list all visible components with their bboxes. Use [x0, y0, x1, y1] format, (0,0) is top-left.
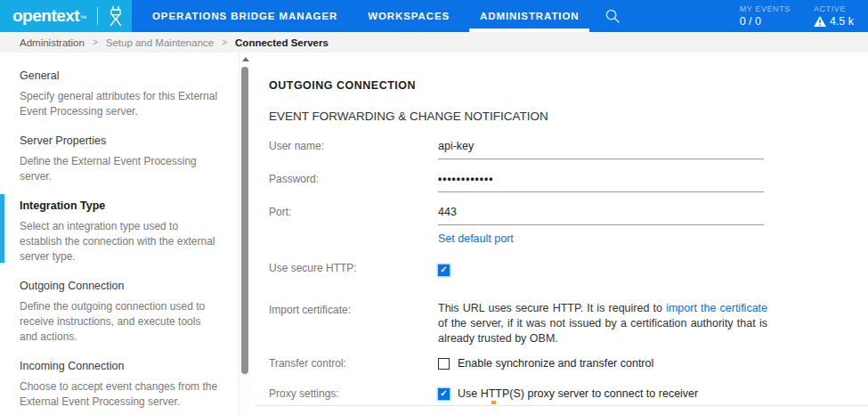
use-secure-http-checkbox[interactable]: [438, 264, 450, 276]
breadcrumb-connected-servers: Connected Servers: [235, 37, 329, 48]
sidebar-item-general[interactable]: General Specify general attributes for t…: [20, 69, 221, 119]
section-title: OUTGOING CONNECTION: [269, 79, 868, 92]
username-label: User name:: [269, 137, 438, 152]
proxy-settings-row: Proxy settings: Use HTTP(S) proxy server…: [269, 387, 868, 400]
password-label: Password:: [269, 170, 438, 185]
search-icon: [604, 8, 621, 24]
sidebar-item-outgoing-connection[interactable]: Outgoing Connection Define the outgoing …: [20, 280, 221, 345]
sidebar-item-description: Define the External Event Processing ser…: [20, 154, 221, 184]
port-input[interactable]: [438, 204, 764, 225]
certificate-help-text: This URL uses secure HTTP. It is require…: [438, 301, 767, 346]
import-the-certificate-link[interactable]: import the certificate: [666, 302, 767, 314]
primary-nav: OPERATIONS BRIDGE MANAGER WORKSPACES ADM…: [137, 0, 594, 32]
event-stats: MY EVENTS 0 / 0 ACTIVE 4.5 k: [728, 0, 868, 32]
import-certificate-label: Import certificate:: [269, 301, 438, 316]
username-input[interactable]: [438, 138, 764, 159]
set-default-port-link[interactable]: Set default port: [438, 232, 514, 245]
brand-divider: [97, 7, 98, 25]
nav-item-workspaces[interactable]: WORKSPACES: [353, 0, 465, 32]
secure-http-label: Use secure HTTP:: [269, 262, 438, 274]
port-label: Port:: [269, 203, 438, 218]
search-button[interactable]: [594, 0, 631, 32]
nav-item-administration[interactable]: ADMINISTRATION: [465, 0, 594, 32]
settings-sidebar: General Specify general attributes for t…: [0, 53, 239, 415]
nav-item-operations-bridge-manager[interactable]: OPERATIONS BRIDGE MANAGER: [137, 0, 353, 32]
transfer-control-checkbox[interactable]: [438, 358, 450, 370]
my-events-value: 0 / 0: [740, 15, 791, 28]
sidebar-item-integration-type[interactable]: Integration Type Select an integration t…: [20, 199, 221, 264]
sidebar-item-title: Server Properties: [20, 134, 221, 147]
subsection-title: EVENT FORWARDING & CHANGE NOTIFICATION: [269, 110, 868, 123]
sidebar-item-description: Select an integration type used to estab…: [20, 219, 221, 264]
sidebar-item-title: General: [20, 69, 221, 82]
password-row: Password:: [269, 170, 868, 192]
active-events-stat[interactable]: ACTIVE 4.5 k: [802, 0, 868, 32]
secure-http-row: Use secure HTTP:: [269, 260, 868, 276]
breadcrumb-setup-and-maintenance[interactable]: Setup and Maintenance: [106, 37, 214, 48]
top-navigation-bar: opentext™ OPERATIONS BRIDGE MANAGER WORK…: [0, 0, 868, 32]
sidebar-item-description: Choose to accept event changes from the …: [20, 379, 221, 410]
brand-block[interactable]: opentext™: [0, 0, 132, 32]
password-input[interactable]: [438, 171, 764, 192]
brand-trademark: ™: [79, 14, 86, 22]
brand-name: opentext: [12, 6, 79, 25]
sidebar-item-description: Specify general attributes for this Exte…: [20, 89, 221, 119]
outgoing-connection-panel: OUTGOING CONNECTION EVENT FORWARDING & C…: [251, 53, 868, 415]
username-row: User name:: [269, 137, 868, 159]
sidebar-item-incoming-connection[interactable]: Incoming Connection Choose to accept eve…: [20, 360, 221, 410]
transfer-control-checkbox-label[interactable]: Enable synchronize and transfer control: [458, 357, 653, 370]
section-divider: [256, 405, 868, 406]
proxy-settings-checkbox[interactable]: [438, 388, 450, 400]
transfer-control-label: Transfer control:: [269, 357, 438, 370]
import-certificate-row: Import certificate: This URL uses secure…: [269, 301, 868, 346]
sidebar-item-description: Define the outgoing connection used to r…: [20, 299, 221, 345]
required-field-marker: [491, 401, 496, 404]
my-events-label: MY EVENTS: [740, 4, 791, 13]
opentext-logo: opentext™: [12, 6, 86, 26]
transfer-control-row: Transfer control: Enable synchronize and…: [269, 357, 868, 370]
breadcrumb-administration[interactable]: Administration: [20, 37, 85, 48]
active-events-value: 4.5 k: [830, 15, 854, 28]
active-events-label: ACTIVE: [814, 4, 854, 13]
sidebar-item-title: Integration Type: [20, 199, 221, 212]
sidebar-item-title: Outgoing Connection: [20, 280, 221, 292]
warning-triangle-icon: [814, 16, 826, 27]
sidebar-item-server-properties[interactable]: Server Properties Define the External Ev…: [20, 134, 221, 184]
breadcrumb-separator: >: [93, 37, 98, 47]
my-events-stat[interactable]: MY EVENTS 0 / 0: [728, 0, 802, 32]
scrollbar-thumb[interactable]: [241, 67, 248, 374]
proxy-settings-checkbox-label[interactable]: Use HTTP(S) proxy server to connect to r…: [458, 387, 698, 400]
obm-robot-icon[interactable]: [106, 5, 126, 27]
sidebar-item-title: Incoming Connection: [20, 360, 221, 372]
port-row: Port: Set default port: [269, 203, 868, 246]
breadcrumb-separator: >: [222, 37, 227, 47]
breadcrumb: Administration > Setup and Maintenance >…: [0, 32, 868, 53]
scrollbar-up-arrow-icon[interactable]: [242, 57, 249, 61]
sidebar-scrollbar[interactable]: [239, 53, 251, 415]
proxy-settings-label: Proxy settings:: [269, 387, 438, 400]
